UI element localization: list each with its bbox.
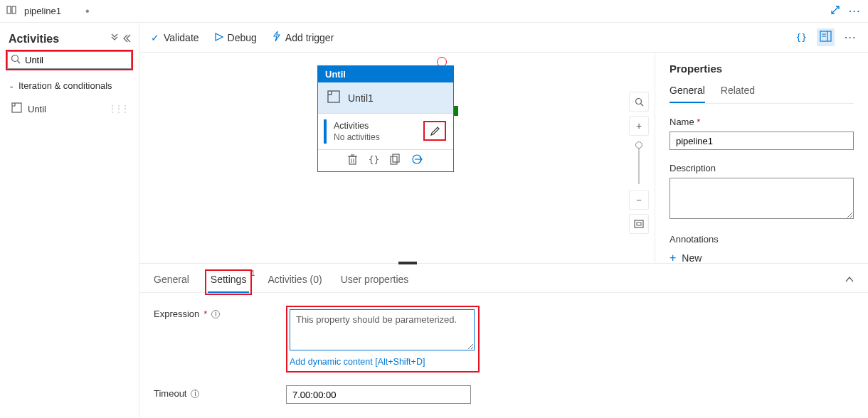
zoom-out-button[interactable]: −: [629, 190, 649, 210]
description-input[interactable]: [669, 178, 854, 219]
activities-sidebar: Activities ⌄ Iteration & conditionals: [0, 23, 139, 418]
panel-resize-handle[interactable]: [398, 262, 417, 264]
code-view-icon[interactable]: {}: [796, 32, 808, 43]
svg-rect-11: [328, 91, 339, 102]
settings-error-badge: 1: [251, 269, 255, 277]
activity-search-wrap: [7, 51, 132, 69]
activity-search-input[interactable]: [7, 51, 132, 69]
svg-point-21: [635, 98, 641, 104]
more-icon[interactable]: ···: [845, 32, 857, 43]
detail-tab-activities[interactable]: Activities (0): [268, 274, 322, 292]
zoom-thumb[interactable]: [635, 141, 642, 149]
name-label: Name *: [669, 117, 854, 127]
timeout-label: Timeout i: [154, 385, 273, 399]
sidebar-title: Activities: [9, 33, 59, 45]
search-icon: [11, 54, 21, 66]
delete-icon[interactable]: [348, 154, 357, 167]
sidebar-group-label: Iteration & conditionals: [18, 80, 112, 91]
loop-icon: [11, 102, 22, 115]
play-icon: [215, 32, 223, 43]
expression-label: Expression * i: [154, 306, 273, 319]
zoom-fit-button[interactable]: [629, 214, 649, 234]
svg-rect-0: [7, 6, 11, 14]
collapse-all-icon[interactable]: [110, 34, 119, 45]
svg-rect-17: [393, 154, 399, 162]
canvas-search-button[interactable]: [629, 92, 649, 112]
name-input[interactable]: [669, 132, 854, 150]
properties-title: Properties: [669, 63, 854, 75]
svg-rect-24: [637, 223, 641, 225]
detail-tab-userprops[interactable]: User properties: [341, 274, 409, 292]
output-connector[interactable]: [454, 106, 458, 116]
add-trigger-button[interactable]: Add trigger: [272, 31, 334, 43]
svg-line-2: [832, 6, 839, 14]
collapse-sidebar-icon[interactable]: [122, 34, 130, 45]
check-icon: ✓: [151, 32, 159, 43]
accent-bar: [324, 119, 327, 144]
properties-panel: Properties General Related Name * Descri…: [655, 53, 868, 263]
properties-panel-icon[interactable]: [817, 28, 835, 46]
loop-icon: [327, 90, 341, 106]
dynamic-content-link[interactable]: Add dynamic content [Alt+Shift+D]: [290, 357, 476, 367]
pipeline-title: pipeline1: [24, 6, 61, 16]
properties-tab-related[interactable]: Related: [721, 85, 755, 103]
svg-rect-18: [391, 156, 397, 164]
drag-grip-icon: ⋮⋮⋮: [108, 104, 127, 114]
svg-marker-6: [216, 33, 223, 41]
collapse-panel-icon[interactable]: [845, 275, 854, 292]
timeout-input[interactable]: [286, 385, 471, 404]
copy-icon[interactable]: [391, 154, 401, 167]
validate-button[interactable]: ✓ Validate: [151, 32, 199, 43]
expand-icon[interactable]: [830, 5, 840, 17]
more-icon[interactable]: ···: [849, 6, 861, 16]
info-icon[interactable]: i: [191, 390, 199, 398]
sidebar-group-iteration[interactable]: ⌄ Iteration & conditionals: [9, 80, 130, 91]
activity-detail-panel: General Settings 1 Activities (0) User p…: [139, 263, 868, 418]
code-icon[interactable]: {}: [369, 154, 380, 167]
detail-tab-general[interactable]: General: [154, 274, 189, 292]
pipeline-icon: [7, 5, 18, 17]
properties-tab-general[interactable]: General: [669, 85, 705, 103]
svg-rect-12: [349, 156, 356, 164]
sidebar-item-label: Until: [28, 104, 46, 114]
svg-rect-23: [635, 220, 643, 227]
zoom-in-button[interactable]: +: [629, 116, 649, 136]
lightning-icon: [272, 31, 281, 43]
canvas-zoom-controls: + −: [629, 92, 649, 234]
svg-rect-1: [12, 6, 16, 14]
node-type-label: Until: [318, 66, 453, 82]
expression-input[interactable]: [290, 309, 475, 350]
sidebar-item-until[interactable]: Until ⋮⋮⋮: [9, 100, 130, 118]
navigate-icon[interactable]: [412, 154, 423, 167]
info-icon[interactable]: i: [211, 310, 220, 318]
node-name: Until1: [348, 92, 374, 104]
until-activity-node[interactable]: Until Until1 Activities No activities: [317, 65, 454, 172]
svg-line-4: [18, 61, 21, 64]
pipeline-canvas[interactable]: Until Until1 Activities No activities: [139, 53, 655, 263]
canvas-toolbar: ✓ Validate Debug Add trigger {}: [139, 23, 868, 53]
debug-button[interactable]: Debug: [215, 32, 257, 43]
detail-tab-settings[interactable]: Settings 1: [208, 272, 250, 292]
edit-activities-button[interactable]: [423, 121, 446, 141]
pencil-icon: [430, 126, 440, 136]
description-label: Description: [669, 163, 854, 173]
svg-rect-5: [12, 103, 21, 112]
svg-line-22: [640, 103, 643, 106]
expression-field-group: Add dynamic content [Alt+Shift+D]: [286, 306, 480, 373]
svg-point-3: [12, 55, 18, 62]
annotations-label: Annotations: [669, 234, 854, 245]
chevron-down-icon: ⌄: [9, 82, 14, 90]
title-bar: pipeline1 • ···: [0, 0, 868, 23]
zoom-slider[interactable]: [638, 141, 640, 184]
